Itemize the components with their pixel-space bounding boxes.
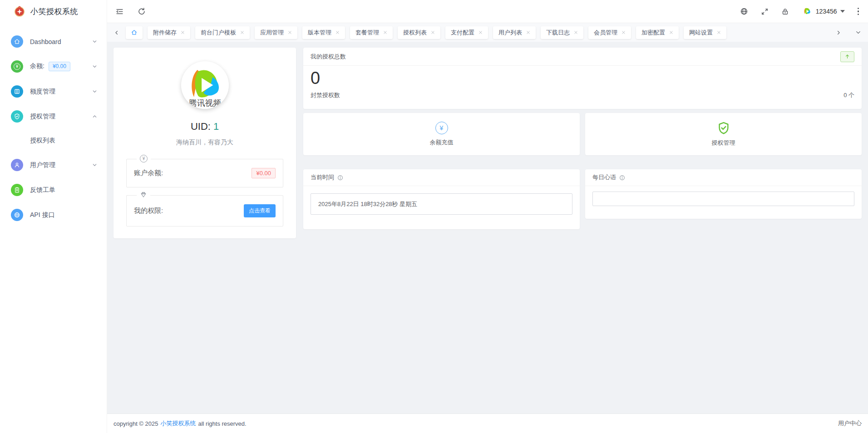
uid-value: 1 (213, 121, 219, 132)
tab-close-icon[interactable] (574, 30, 578, 34)
uid-label: UID: (191, 121, 211, 132)
top-header: 123456 (107, 0, 868, 23)
user-center-link[interactable]: 用户中心 (838, 419, 862, 428)
tabs-scroll-right-icon[interactable] (834, 30, 843, 36)
sidebar-item-label: 额度管理 (30, 88, 92, 96)
info-icon (337, 175, 343, 181)
lock-icon[interactable] (781, 8, 789, 15)
sidebar-item-label: API 接口 (30, 211, 98, 219)
current-time-value: 2025年8月22日 18时32分28秒 星期五 (311, 193, 572, 215)
avatar (802, 6, 813, 17)
recharge-card[interactable]: ¥ 余额充值 (303, 113, 580, 155)
tab-close-icon[interactable] (181, 30, 185, 34)
banned-auth-label: 封禁授权数 (311, 91, 340, 99)
tab-close-icon[interactable] (717, 30, 721, 34)
app-title: 小笑授权系统 (30, 6, 78, 17)
avatar: 腾讯视频 (181, 61, 229, 109)
username: 123456 (816, 8, 837, 15)
brand-link[interactable]: 小笑授权系统 (160, 419, 196, 428)
recharge-label: 余额充值 (430, 138, 454, 147)
profile-card: 腾讯视频 UID:1 海纳百川，有容乃大 ¥ 账户余额: ¥0.00 (113, 48, 296, 238)
sidebar-subitem-auth-list[interactable]: 授权列表 (0, 131, 107, 151)
auth-stats-card: 我的授权总数 0 封禁授权数 0 个 (303, 48, 862, 109)
tab-item-4[interactable]: 套餐管理 (350, 26, 393, 39)
tabs-menu-icon[interactable] (854, 29, 863, 36)
app-logo-row: 小笑授权系统 (0, 0, 107, 23)
tab-item-5[interactable]: 授权列表 (398, 26, 440, 39)
tab-item-11[interactable]: 网站设置 (684, 26, 726, 39)
tab-close-icon[interactable] (478, 30, 483, 34)
sidebar-item-api[interactable]: API 接口 (0, 204, 107, 226)
tab-item-7[interactable]: 用户列表 (493, 26, 536, 39)
tab-close-icon[interactable] (621, 30, 626, 34)
tab-home[interactable] (126, 26, 143, 39)
tab-close-icon[interactable] (669, 30, 673, 34)
permission-label: 我的权限: (134, 207, 163, 215)
tab-item-8[interactable]: 下载日志 (541, 26, 583, 39)
fullscreen-icon[interactable] (761, 8, 769, 15)
sidebar-item-users[interactable]: 用户管理 (0, 154, 107, 176)
copyright-suffix: all rights reserved. (198, 420, 246, 427)
tab-item-0[interactable]: 附件储存 (148, 26, 190, 39)
main-content: 腾讯视频 UID:1 海纳百川，有容乃大 ¥ 账户余额: ¥0.00 (107, 42, 868, 413)
tab-item-10[interactable]: 加密配置 (636, 26, 679, 39)
tab-close-icon[interactable] (335, 30, 340, 34)
tab-close-icon[interactable] (288, 30, 292, 34)
balance-badge: ¥0.00 (49, 62, 70, 71)
refresh-icon[interactable] (138, 7, 146, 15)
permission-box: 我的权限: 点击查看 (126, 195, 283, 226)
balance-label: 账户余额: (134, 169, 163, 177)
tab-item-1[interactable]: 前台门户模板 (195, 26, 250, 39)
more-menu-icon[interactable] (858, 8, 859, 15)
tab-close-icon[interactable] (526, 30, 530, 34)
page-footer: copyright © 2025 小笑授权系统 all rights reser… (107, 413, 868, 433)
language-globe-icon[interactable] (740, 7, 748, 15)
total-auth-count: 0 (303, 66, 862, 89)
ledger-icon (11, 85, 23, 98)
balance-amount-badge: ¥0.00 (252, 168, 276, 178)
tab-close-icon[interactable] (431, 30, 435, 34)
sidebar: 小笑授权系统 Dashboard ¥ 余额: ¥0.00 (0, 0, 107, 433)
sidebar-item-auth[interactable]: 授权管理 (0, 106, 107, 127)
home-icon (11, 35, 23, 48)
sidebar-item-balance[interactable]: ¥ 余额: ¥0.00 (0, 56, 107, 77)
quote-card-title: 每日心语 (592, 173, 616, 182)
auth-manage-label: 授权管理 (712, 139, 735, 147)
trend-up-button[interactable] (840, 51, 854, 62)
tab-item-6[interactable]: 支付配置 (445, 26, 488, 39)
tab-item-9[interactable]: 会员管理 (588, 26, 631, 39)
copyright-prefix: copyright © 2025 (113, 420, 158, 427)
svg-text:腾讯视频: 腾讯视频 (188, 98, 221, 108)
view-permission-button[interactable]: 点击查看 (244, 204, 276, 217)
tab-item-3[interactable]: 版本管理 (302, 26, 345, 39)
info-icon (619, 175, 625, 181)
sidebar-item-dashboard[interactable]: Dashboard (0, 31, 107, 52)
sidebar-item-quota[interactable]: 额度管理 (0, 81, 107, 102)
sidebar-menu: Dashboard ¥ 余额: ¥0.00 额度管理 (0, 23, 107, 226)
current-time-card: 当前时间 2025年8月22日 18时32分28秒 星期五 (303, 169, 580, 229)
user-menu[interactable]: 123456 (802, 6, 845, 17)
tabs-scroll-left-icon[interactable] (113, 30, 121, 36)
chevron-down-icon (92, 64, 98, 69)
collapse-sidebar-icon[interactable] (115, 7, 124, 16)
tab-item-2[interactable]: 应用管理 (255, 26, 297, 39)
tab-close-icon[interactable] (383, 30, 387, 34)
globe-icon (11, 209, 23, 221)
app-logo-icon (14, 5, 25, 17)
sidebar-item-feedback[interactable]: 反馈工单 (0, 179, 107, 201)
chevron-down-icon (92, 89, 98, 94)
sidebar-subitem-label: 授权列表 (30, 137, 55, 145)
sidebar-item-label: 反馈工单 (30, 186, 98, 194)
sidebar-item-label: 用户管理 (30, 161, 92, 169)
balance-box: ¥ 账户余额: ¥0.00 (126, 159, 283, 187)
shield-check-icon (717, 121, 730, 135)
yen-circle-icon: ¥ (435, 122, 448, 134)
auth-manage-card[interactable]: 授权管理 (585, 113, 862, 155)
chevron-down-icon (92, 162, 98, 168)
tab-close-icon[interactable] (240, 30, 244, 34)
time-card-title: 当前时间 (311, 173, 334, 182)
shield-icon (11, 110, 23, 123)
daily-quote-input[interactable] (592, 192, 854, 206)
tab-bar: 附件储存 前台门户模板 应用管理 版本管理 套餐管理 授权列表 支付配置 用户列… (107, 23, 868, 42)
user-motto: 海纳百川，有容乃大 (113, 138, 296, 147)
